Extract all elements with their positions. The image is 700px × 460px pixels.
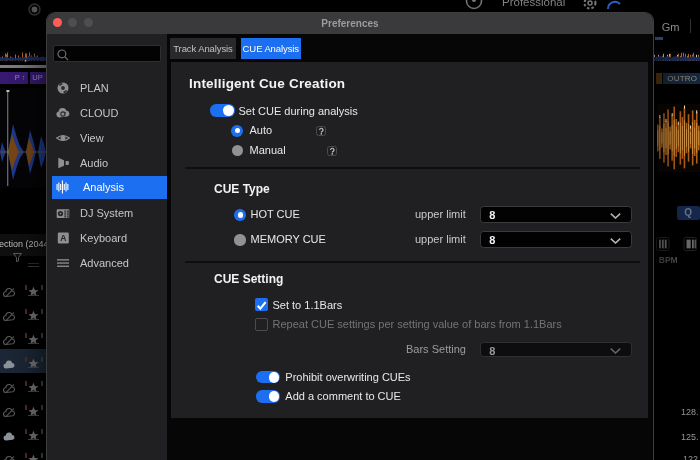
svg-text:A: A — [60, 233, 66, 243]
